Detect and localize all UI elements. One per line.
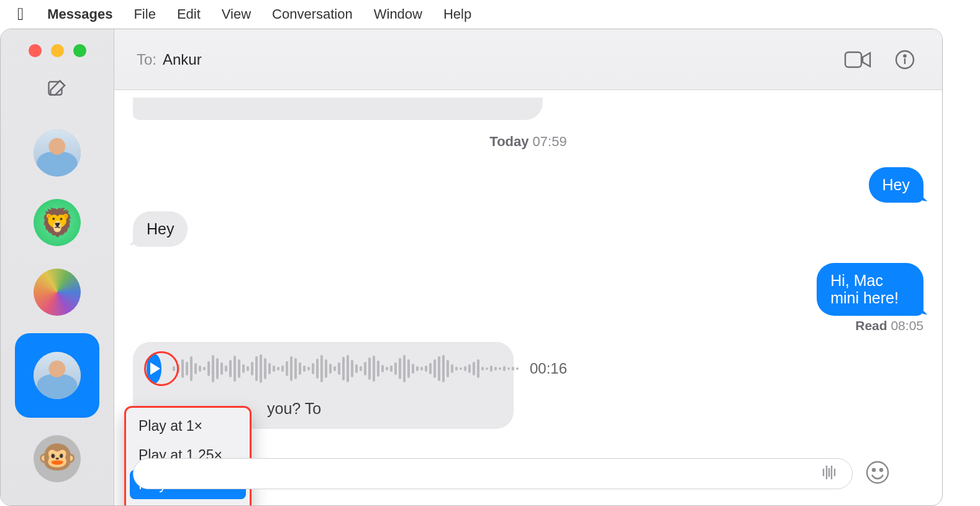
annotation-highlight-icon bbox=[144, 351, 179, 386]
info-icon[interactable] bbox=[890, 48, 920, 71]
svg-point-4 bbox=[867, 462, 888, 483]
read-receipt: Read 08:05 bbox=[855, 318, 923, 333]
recipient[interactable]: Ankur bbox=[163, 51, 202, 68]
menubar-conversation[interactable]: Conversation bbox=[272, 6, 353, 22]
sent-message[interactable]: Hi, Mac mini here! bbox=[817, 263, 923, 316]
timestamp-separator: Today 07:59 bbox=[133, 134, 923, 150]
playback-speed-option[interactable]: Play at 1× bbox=[130, 412, 246, 441]
menubar-edit[interactable]: Edit bbox=[177, 6, 201, 22]
audio-waveform[interactable] bbox=[173, 353, 519, 384]
read-time: 08:05 bbox=[891, 318, 923, 333]
svg-point-5 bbox=[873, 469, 875, 471]
zoom-button[interactable] bbox=[73, 44, 86, 57]
conversation-avatar-selected[interactable] bbox=[15, 333, 99, 418]
mac-menubar:  Messages File Edit View Conversation W… bbox=[0, 0, 980, 29]
messages-window: 🦁 🐵 To: Ankur T bbox=[0, 29, 943, 506]
audio-transcript-snippet: you? To bbox=[267, 400, 321, 418]
close-button[interactable] bbox=[29, 44, 42, 57]
conversation-avatar[interactable] bbox=[34, 129, 81, 177]
emoji-picker-icon[interactable] bbox=[865, 460, 892, 487]
conversation-avatar[interactable] bbox=[34, 269, 81, 316]
apple-menu-icon[interactable]:  bbox=[17, 4, 24, 24]
playback-speed-option[interactable]: Play at 2× bbox=[130, 499, 246, 505]
message-input[interactable] bbox=[133, 458, 853, 489]
conversation-pane: To: Ankur Today 07:59 Hey bbox=[114, 29, 942, 505]
menubar-help[interactable]: Help bbox=[443, 6, 471, 22]
menubar-view[interactable]: View bbox=[222, 6, 251, 22]
playback-speed-menu: Play at 1× Play at 1.25× Play at 1.5× Pl… bbox=[124, 406, 252, 505]
menubar-file[interactable]: File bbox=[134, 6, 155, 22]
conversation-sidebar: 🦁 🐵 bbox=[1, 29, 114, 505]
compose-icon[interactable] bbox=[45, 76, 70, 101]
message-list: Today 07:59 Hey Hey Hi, Mac mini here! R… bbox=[114, 90, 942, 505]
svg-rect-1 bbox=[845, 52, 861, 67]
svg-point-6 bbox=[880, 469, 882, 471]
menubar-window[interactable]: Window bbox=[374, 6, 422, 22]
conversation-toolbar: To: Ankur bbox=[114, 29, 942, 90]
facetime-icon[interactable] bbox=[843, 48, 873, 71]
minimize-button[interactable] bbox=[51, 44, 64, 57]
to-label: To: bbox=[137, 51, 157, 68]
previous-message-partial bbox=[133, 98, 543, 120]
svg-point-3 bbox=[904, 55, 905, 57]
sent-message[interactable]: Hey bbox=[869, 167, 923, 203]
conversation-avatar[interactable]: 🐵 bbox=[34, 435, 81, 482]
menubar-app[interactable]: Messages bbox=[47, 6, 112, 22]
audio-duration: 00:16 bbox=[530, 360, 567, 377]
play-icon[interactable] bbox=[147, 354, 161, 384]
timestamp-time: 07:59 bbox=[533, 134, 567, 149]
compose-area bbox=[133, 458, 892, 489]
window-controls bbox=[29, 29, 86, 76]
audio-record-icon[interactable] bbox=[819, 463, 840, 484]
read-label: Read bbox=[855, 318, 887, 333]
conversation-avatar[interactable]: 🦁 bbox=[34, 199, 81, 246]
received-message[interactable]: Hey bbox=[133, 211, 188, 247]
timestamp-day: Today bbox=[489, 134, 529, 149]
